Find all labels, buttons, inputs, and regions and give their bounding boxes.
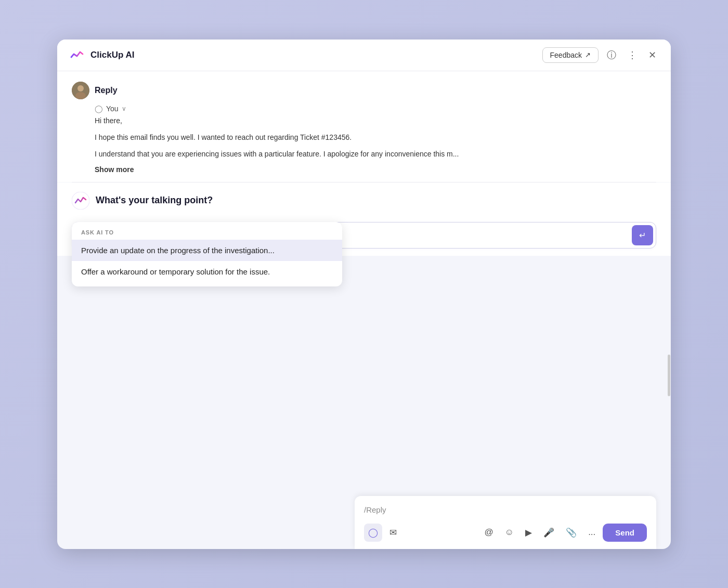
mic-icon: 🎤 (543, 527, 554, 538)
mention-icon: @ (485, 527, 493, 538)
reply-section: Reply ◯ You ∨ Hi there, I hope this emai… (57, 71, 671, 182)
ai-prompt-text: What's your talking point? (96, 195, 213, 206)
close-icon: ✕ (648, 49, 656, 61)
panel-header: ClickUp AI Feedback ↗ ⓘ ⋮ ✕ (57, 40, 671, 71)
ai-submit-button[interactable]: ↵ (632, 225, 653, 245)
email-greeting: Hi there, (95, 115, 656, 126)
chevron-down-icon[interactable]: ∨ (122, 105, 126, 112)
reply-header: Reply (72, 82, 656, 99)
reply-toolbar: ◯ ✉ @ ☺ ▶ 🎤 (364, 524, 647, 542)
sender-name: You (106, 104, 119, 113)
mic-button[interactable]: 🎤 (539, 524, 558, 542)
video-icon: ▶ (525, 527, 532, 538)
user-avatar (72, 82, 89, 99)
scrollbar-thumb[interactable] (668, 355, 670, 396)
email-line2: I understand that you are experiencing i… (95, 148, 656, 160)
email-icon: ✉ (389, 527, 397, 538)
panel-body: Reply ◯ You ∨ Hi there, I hope this emai… (57, 71, 671, 549)
suggestions-dropdown: ASK AI TO Provide an update on the progr… (72, 222, 342, 286)
email-button[interactable]: ✉ (385, 524, 401, 542)
attach-icon: 📎 (566, 527, 577, 538)
ask-ai-label: ASK AI TO (72, 229, 342, 240)
info-icon: ⓘ (607, 49, 616, 61)
sender-row: ◯ You ∨ (95, 104, 656, 113)
video-button[interactable]: ▶ (521, 524, 536, 542)
sender-icon: ◯ (95, 104, 103, 113)
feedback-label: Feedback (550, 51, 582, 59)
reply-title: Reply (95, 86, 118, 95)
more-toolbar-icon: ... (588, 527, 595, 538)
show-more-button[interactable]: Show more (95, 165, 656, 174)
send-button[interactable]: Send (603, 524, 647, 542)
header-left: ClickUp AI (69, 47, 134, 63)
info-button[interactable]: ⓘ (604, 47, 619, 63)
feedback-button[interactable]: Feedback ↗ (542, 47, 599, 63)
attach-button[interactable]: 📎 (562, 524, 581, 542)
clickup-logo (69, 47, 85, 63)
bg-content: Thank you for bringing this to our atten… (57, 256, 671, 549)
ai-prompt-section: What's your talking point? (57, 182, 671, 217)
close-button[interactable]: ✕ (645, 47, 659, 63)
clickup-ai-panel: ClickUp AI Feedback ↗ ⓘ ⋮ ✕ (57, 40, 671, 549)
email-line1: I hope this email finds you well. I want… (95, 132, 656, 143)
ai-prompt-row: What's your talking point? (72, 192, 656, 210)
emoji-button[interactable]: ☺ (501, 524, 518, 541)
more-button[interactable]: ⋮ (625, 47, 640, 63)
more-toolbar-button[interactable]: ... (584, 524, 600, 541)
mention-button[interactable]: @ (480, 524, 498, 541)
suggestion-item-1[interactable]: Provide an update on the progress of the… (72, 240, 342, 261)
reply-editor: /Reply ◯ ✉ @ ☺ ▶ (355, 496, 656, 549)
scrollbar[interactable] (667, 349, 671, 487)
ai-logo-icon (72, 192, 89, 210)
submit-icon: ↵ (639, 230, 646, 240)
emoji-icon: ☺ (505, 527, 514, 538)
email-body: Hi there, I hope this email finds you we… (95, 115, 656, 160)
svg-point-2 (77, 85, 84, 92)
suggestion-item-2[interactable]: Offer a workaround or temporary solution… (72, 261, 342, 282)
more-icon: ⋮ (628, 49, 637, 61)
external-link-icon: ↗ (585, 51, 591, 59)
comment-button[interactable]: ◯ (364, 524, 382, 542)
app-title: ClickUp AI (90, 50, 134, 60)
svg-point-3 (75, 92, 86, 99)
comment-icon: ◯ (368, 527, 378, 538)
header-right: Feedback ↗ ⓘ ⋮ ✕ (542, 47, 659, 63)
reply-editor-placeholder: /Reply (364, 505, 647, 514)
